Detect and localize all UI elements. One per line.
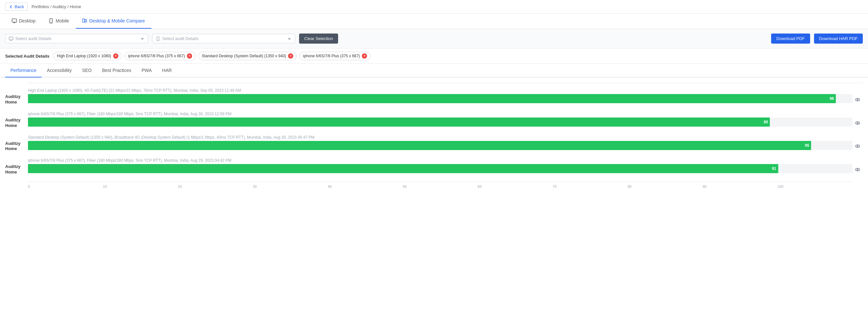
eye-button-2[interactable] (852, 135, 863, 152)
chip-close-0[interactable]: ✕ (113, 53, 118, 59)
tab-mobile[interactable]: Mobile (42, 14, 75, 29)
x-axis-label-5: 50 (403, 185, 478, 189)
audit-chip-1: iphone 6/6S/7/8 Plus (375 x 667) ✕ (125, 52, 196, 60)
svg-point-12 (855, 98, 860, 101)
chart-container: Auditzy Home High End Laptop (1920 x 108… (5, 83, 863, 189)
x-axis-label-6: 60 (477, 185, 553, 189)
bar-fill-1: 90 (28, 117, 770, 127)
dashed-separator (28, 83, 863, 83)
bar-wrapper-3: 91 (28, 164, 852, 173)
back-arrow-icon (9, 5, 13, 9)
mobile-icon (49, 18, 54, 23)
tab-desktop[interactable]: Desktop (5, 14, 42, 29)
svg-rect-10 (157, 36, 159, 40)
chip-text-3: iphone 6/6S/7/8 Plus (375 x 667) (303, 54, 360, 58)
x-axis-label-10: 100 (777, 185, 852, 189)
chip-close-2[interactable]: ✕ (288, 53, 293, 59)
chart-row-2: Auditzy Home Standard Desktop (System De… (5, 135, 863, 152)
chart-description-2: Standard Desktop (System Default) (1350 … (28, 135, 852, 140)
mobile-select-placeholder: Select audit Details (162, 36, 285, 41)
chip-close-3[interactable]: ✕ (362, 53, 367, 59)
chart-label-2: Auditzy Home (5, 135, 28, 152)
breadcrumb: Portfolios / Auditzy / Home (32, 4, 81, 9)
eye-button-1[interactable] (852, 112, 863, 129)
chart-content-0: High End Laptop (1920 x 1080), 4G Fast(L… (28, 88, 852, 105)
mobile-select-icon (156, 36, 160, 41)
selected-audit-details-label: Selected Audit Details (5, 54, 50, 59)
audit-chip-2: Standard Desktop (System Default) (1350 … (198, 52, 297, 60)
chart-row-0: Auditzy Home High End Laptop (1920 x 108… (5, 88, 863, 105)
x-axis-label-2: 20 (178, 185, 253, 189)
download-har-pdf-button[interactable]: Download HAR PDF (814, 33, 863, 44)
svg-rect-7 (9, 37, 13, 40)
bar-value-3: 91 (772, 166, 778, 171)
svg-point-15 (857, 122, 858, 124)
chart-description-1: iphone 6/6S/7/8 Plus (375 x 667), Fiber … (28, 112, 852, 116)
tab-compare-label: Desktop & Mobile Compare (89, 18, 145, 23)
selected-audits-row: Selected Audit Details High End Laptop (… (0, 49, 868, 64)
sub-tab-har[interactable]: HAR (157, 64, 177, 78)
x-axis: 0 10 20 30 40 50 60 70 80 90 100 (28, 182, 852, 189)
chart-content-2: Standard Desktop (System Default) (1350 … (28, 135, 852, 152)
back-button[interactable]: Back (5, 3, 28, 11)
back-label: Back (14, 4, 24, 9)
tab-desktop-label: Desktop (19, 18, 35, 23)
sub-tab-best-practices[interactable]: Best Practices (97, 64, 136, 78)
chevron-down-icon-2 (287, 36, 291, 41)
sub-tabs-row: Performance Accessibility SEO Best Pract… (0, 64, 868, 78)
bar-wrapper-2: 95 (28, 141, 852, 150)
chart-label-1: Auditzy Home (5, 112, 28, 129)
sub-tab-accessibility[interactable]: Accessibility (41, 64, 77, 78)
x-axis-label-4: 40 (328, 185, 403, 189)
x-axis-label-0: 0 (28, 185, 103, 189)
x-axis-label-1: 10 (103, 185, 178, 189)
svg-point-19 (857, 169, 858, 170)
sub-tab-performance[interactable]: Performance (5, 64, 41, 78)
tab-mobile-label: Mobile (56, 18, 69, 23)
bar-value-0: 98 (830, 96, 836, 101)
desktop-icon (12, 18, 17, 23)
x-axis-label-8: 80 (627, 185, 703, 189)
eye-icon-1 (855, 120, 861, 126)
audit-chip-3: iphone 6/6S/7/8 Plus (375 x 667) ✕ (300, 52, 371, 60)
chevron-down-icon (140, 36, 145, 41)
svg-point-16 (855, 145, 860, 147)
chip-text-2: Standard Desktop (System Default) (1350 … (202, 54, 286, 58)
x-axis-label-3: 30 (253, 185, 328, 189)
bar-value-1: 90 (764, 120, 770, 124)
svg-point-14 (855, 122, 860, 124)
chip-close-1[interactable]: ✕ (187, 53, 192, 59)
desktop-audit-select[interactable]: Select audit Details (5, 34, 148, 43)
clear-selection-button[interactable]: Clear Selection (299, 33, 338, 44)
audit-chip-0: High End Laptop (1920 x 1080) ✕ (53, 52, 122, 60)
chart-row-3: Auditzy Home iphone 6/6S/7/8 Plus (375 x… (5, 158, 863, 175)
sub-tab-pwa[interactable]: PWA (136, 64, 157, 78)
download-pdf-button[interactable]: Download PDF (771, 33, 810, 44)
svg-rect-6 (85, 20, 87, 22)
svg-rect-3 (50, 19, 52, 23)
eye-button-3[interactable] (852, 158, 863, 175)
chart-label-0: Auditzy Home (5, 88, 28, 105)
chart-content-3: iphone 6/6S/7/8 Plus (375 x 667), Fiber … (28, 158, 852, 175)
chip-text-1: iphone 6/6S/7/8 Plus (375 x 667) (128, 54, 185, 58)
chart-description-3: iphone 6/6S/7/8 Plus (375 x 667), Fiber … (28, 158, 852, 163)
eye-icon-2 (855, 143, 861, 149)
eye-icon-0 (855, 97, 861, 103)
chart-content-1: iphone 6/6S/7/8 Plus (375 x 667), Fiber … (28, 112, 852, 129)
eye-button-0[interactable] (852, 88, 863, 105)
svg-point-17 (857, 146, 858, 147)
svg-rect-0 (12, 19, 17, 22)
mobile-audit-select[interactable]: Select audit Details (152, 34, 295, 43)
main-tabs-row: Desktop Mobile Desktop & Mobile Compare (0, 14, 868, 29)
chart-area: Auditzy Home High End Laptop (1920 x 108… (0, 78, 868, 194)
x-axis-label-7: 70 (553, 185, 628, 189)
svg-rect-5 (82, 19, 85, 22)
controls-area: Select audit Details Select audit Detail… (0, 29, 868, 49)
compare-icon (82, 18, 88, 23)
chart-label-3: Auditzy Home (5, 158, 28, 175)
top-nav: Back Portfolios / Auditzy / Home (0, 0, 868, 14)
sub-tab-seo[interactable]: SEO (77, 64, 97, 78)
tab-compare[interactable]: Desktop & Mobile Compare (76, 14, 152, 29)
desktop-select-icon (9, 36, 13, 41)
x-axis-label-9: 90 (703, 185, 778, 189)
